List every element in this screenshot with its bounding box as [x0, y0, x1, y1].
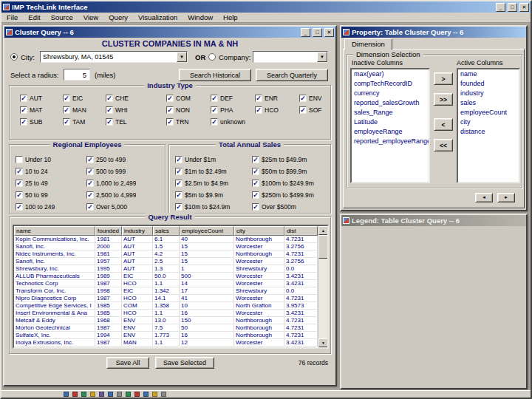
menu-visualization[interactable]: Visualization [133, 13, 183, 22]
menu-window[interactable]: Window [183, 13, 218, 22]
column-header-employeecount[interactable]: employeeCount [180, 226, 234, 236]
checkbox-25-to-49[interactable]: ✓25 to 49 [16, 178, 86, 188]
scrollbar-track[interactable] [318, 259, 327, 338]
move-all-left-button[interactable]: << [434, 139, 453, 151]
list-item-comptechrecordid[interactable]: compTechRecordID [352, 79, 429, 89]
company-combobox[interactable]: ▼ [253, 51, 328, 63]
property-table-titlebar[interactable]: Property: Table Cluster Query -- 6 [341, 27, 526, 38]
taskbar-icon[interactable] [126, 392, 131, 397]
checkbox-sof[interactable]: ✓SOF [299, 106, 327, 114]
checkbox-2-500-to-4-999[interactable]: ✓2,500 to 4,999 [86, 190, 136, 200]
checkbox-25m-to-49-9m[interactable]: ✓$25m to $49.9m [252, 154, 314, 165]
list-item-max-year[interactable]: max(year) [352, 69, 429, 79]
checkbox-che[interactable]: ✓CHE [106, 95, 166, 102]
checkbox-100-to-249[interactable]: ✓100 to 249 [16, 202, 86, 212]
table-row[interactable]: Metcalf & Eddy1968ENV13.0150Northborough… [14, 317, 327, 324]
scroll-left-icon[interactable]: ◄ [475, 193, 493, 202]
table-row[interactable]: Competitive Edge Services, I1985COM1.358… [14, 302, 327, 310]
dropdown-arrow-icon[interactable]: ▼ [317, 52, 327, 62]
checkbox-under-10[interactable]: Under 10 [16, 154, 86, 165]
dropdown-arrow-icon[interactable]: ▼ [177, 52, 187, 62]
scroll-down-icon[interactable]: ▼ [318, 338, 328, 347]
move-all-right-button[interactable]: >> [434, 93, 453, 106]
taskbar-icon[interactable] [64, 392, 69, 397]
menu-query[interactable]: Query [103, 13, 133, 22]
checkbox-50-to-99[interactable]: ✓50 to 99 [16, 190, 86, 200]
close-icon[interactable]: ✕ [519, 3, 529, 12]
checkbox-250-to-499[interactable]: ✓250 to 499 [86, 154, 136, 165]
checkbox-mat[interactable]: ✓MAT [20, 106, 63, 114]
list-item-reported-employeerange[interactable]: reported_employeeRange [352, 137, 429, 146]
list-item-currency[interactable]: currency [352, 89, 429, 98]
checkbox-def[interactable]: ✓DEF [211, 95, 255, 102]
column-header-industry[interactable]: industry [122, 226, 153, 236]
scrollbar-thumb[interactable] [318, 235, 328, 259]
table-vertical-scrollbar[interactable]: ▲ ▼ [318, 226, 327, 347]
taskbar-icon[interactable] [143, 392, 149, 397]
checkbox-under-1m[interactable]: ✓Under $1m [175, 154, 252, 165]
column-header-founded[interactable]: founded [95, 226, 122, 236]
column-header-name[interactable]: name [14, 226, 95, 236]
checkbox-tam[interactable]: ✓TAM [63, 118, 106, 126]
checkbox-500-to-999[interactable]: ✓500 to 999 [86, 166, 136, 177]
table-row[interactable]: Kopin Communications, Inc.1981AUT6.140No… [14, 236, 327, 243]
list-item-employeerange[interactable]: employeeRange [352, 127, 429, 137]
table-row[interactable]: Technotics Corp1987HCO1.114Worcester3.42… [14, 280, 327, 287]
checkbox-10m-to-24-9m[interactable]: ✓$10m to $24.9m [175, 202, 252, 212]
cluster-query-titlebar[interactable]: Cluster Query -- 6 _ □ ✕ [4, 27, 335, 38]
checkbox-aut[interactable]: ✓AUT [20, 95, 63, 102]
inactive-columns-list[interactable]: max(year)compTechRecordIDcurrencyreporte… [350, 68, 430, 183]
table-row[interactable]: ALLUB Pharmaceuticals1989EIC50.0500Worce… [14, 273, 327, 280]
menu-view[interactable]: View [78, 13, 103, 22]
scroll-up-icon[interactable]: ▲ [318, 226, 328, 235]
checkbox-250m-to-499-9m[interactable]: ✓$250m to $499.9m [252, 190, 314, 200]
checkbox-1-000-to-2-499[interactable]: ✓1,000 to 2,499 [86, 178, 136, 188]
checkbox-unknown[interactable]: ✓unknown [211, 118, 255, 126]
list-item-latitude[interactable]: Latitude [352, 117, 429, 127]
checkbox-com[interactable]: ✓COM [166, 95, 211, 102]
taskbar-icon[interactable] [161, 392, 166, 397]
column-header-city[interactable]: city [234, 226, 284, 236]
list-item-name[interactable]: name [458, 69, 519, 79]
list-item-founded[interactable]: founded [458, 79, 519, 89]
checkbox-tel[interactable]: ✓TEL [106, 118, 166, 126]
checkbox-trn[interactable]: ✓TRN [166, 118, 211, 126]
checkbox-10-to-24[interactable]: ✓10 to 24 [16, 166, 86, 177]
checkbox-env[interactable]: ✓ENV [299, 95, 327, 102]
menu-help[interactable]: Help [218, 13, 243, 22]
minimize-icon[interactable]: _ [496, 3, 505, 12]
checkbox-non[interactable]: ✓NON [166, 106, 211, 114]
scroll-right-icon[interactable]: ► [497, 193, 515, 202]
checkbox-50m-to-99-9m[interactable]: ✓$50m to $99.9m [252, 166, 314, 177]
search-historical-button[interactable]: Search Historical [179, 69, 251, 81]
taskbar-icon[interactable] [108, 392, 113, 397]
checkbox-over-500m[interactable]: ✓Over $500m [252, 202, 314, 212]
column-header-sales[interactable]: sales [153, 226, 180, 236]
menu-source[interactable]: Source [46, 13, 78, 22]
checkbox-sub[interactable]: ✓SUB [20, 118, 63, 126]
search-quarterly-button[interactable]: Search Quarterly [256, 69, 328, 81]
legend-titlebar[interactable]: Legend: Table Cluster Query -- 6 [341, 215, 526, 226]
checkbox-enr[interactable]: ✓ENR [255, 95, 299, 102]
table-row[interactable]: SulfateX, Inc.1994ENV1.77316Northborough… [14, 332, 327, 339]
move-left-button[interactable]: < [434, 118, 453, 131]
table-row[interactable]: Sanofi, Inc.1957AUT2.515Worcester3.2756 [14, 258, 327, 265]
checkbox-over-5-000[interactable]: ✓Over 5,000 [86, 202, 136, 212]
checkbox-1m-to-2-49m[interactable]: ✓$1m to $2.49m [175, 166, 252, 177]
checkbox-hco[interactable]: ✓HCO [255, 106, 299, 114]
list-item-city[interactable]: city [458, 117, 519, 127]
checkbox-5m-to-9-9m[interactable]: ✓$5m to $9.9m [175, 190, 252, 200]
list-item-sales[interactable]: sales [458, 98, 519, 108]
table-row[interactable]: Transform Cor, Inc.1998EIC1.34217Shrewsb… [14, 287, 327, 295]
city-combobox[interactable]: Shrewsbury, MA, 01545 ▼ [40, 51, 188, 63]
taskbar-icon[interactable] [152, 392, 157, 397]
main-titlebar[interactable]: IMP TechLink Interface _ □ ✕ [1, 1, 531, 13]
column-header-dist[interactable]: dist [284, 226, 318, 236]
list-item-distance[interactable]: distance [458, 127, 519, 137]
tab-dimension[interactable]: Dimension [344, 38, 392, 50]
taskbar-icon[interactable] [72, 392, 78, 397]
checkbox-eic[interactable]: ✓EIC [63, 95, 106, 102]
checkbox-whi[interactable]: ✓WHI [106, 106, 166, 114]
table-row[interactable]: Morton Geotechnical1987ENV7.550Northboro… [14, 324, 327, 332]
list-item-employeecount[interactable]: employeeCount [458, 108, 519, 117]
